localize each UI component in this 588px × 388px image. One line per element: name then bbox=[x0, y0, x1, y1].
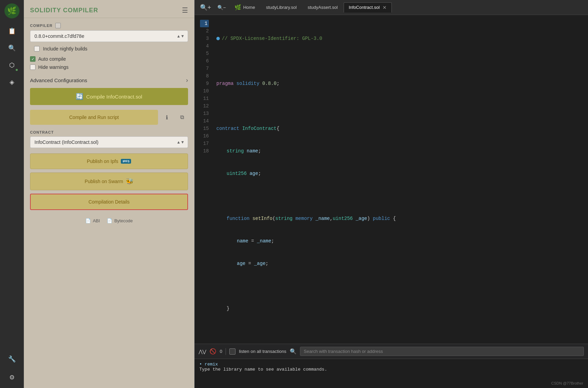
compiler-menu-icon[interactable]: ☰ bbox=[182, 6, 188, 14]
console-bar: ⋀⋁ 🚫 0 listen on all transactions 🔍 • re… bbox=[195, 344, 588, 388]
code-line-14 bbox=[212, 327, 588, 335]
compile-icon: 🔄 bbox=[76, 93, 83, 100]
tab-home[interactable]: 🌿 Home bbox=[229, 2, 260, 13]
compiler-section-label: COMPILER bbox=[30, 23, 188, 28]
compile-run-info-button[interactable]: ℹ bbox=[161, 111, 173, 123]
compiler-title: SOLIDITY COMPILER bbox=[30, 7, 98, 14]
logo-icon[interactable]: 🌿 bbox=[4, 3, 19, 18]
transaction-search-input[interactable] bbox=[300, 347, 584, 356]
compile-run-label: Compile and Run script bbox=[69, 115, 119, 120]
code-line-3: pragma solidity 0.8.0 ; bbox=[212, 80, 588, 87]
ipfs-badge: IPFS bbox=[121, 159, 131, 164]
hide-warnings-label: Hide warnings bbox=[38, 64, 69, 70]
line-number-5: 5 bbox=[200, 50, 209, 57]
contract-select-wrapper: InfoContract (InfoContract.sol) ▲▼ bbox=[30, 136, 188, 148]
code-line-2 bbox=[212, 57, 588, 65]
tab-study-library[interactable]: studyLibrary.sol bbox=[261, 2, 302, 12]
tab-home-label: Home bbox=[243, 5, 255, 10]
compile-run-copy-button[interactable]: ⧉ bbox=[176, 111, 188, 123]
abi-button[interactable]: 📄 ABI bbox=[85, 218, 100, 223]
tab-study-assert-label: studyAssert.sol bbox=[307, 5, 338, 10]
line-number-16: 16 bbox=[200, 132, 209, 140]
line-number-13: 13 bbox=[200, 110, 209, 117]
publish-swarm-button[interactable]: Publish on Swarm 🐝 bbox=[30, 173, 188, 190]
search-icon-button[interactable]: 🔍 bbox=[290, 348, 297, 355]
sidebar-icon-settings[interactable]: ⚙ bbox=[5, 370, 19, 385]
tab-bar: 🔍+ 🔍− 🌿 Home studyLibrary.sol studyAsser… bbox=[195, 0, 588, 15]
line-number-10: 10 bbox=[200, 87, 209, 95]
code-line-10: name = _name ; bbox=[212, 237, 588, 245]
sidebar-icon-deploy[interactable]: ◈ bbox=[5, 75, 19, 89]
tab-study-assert[interactable]: studyAssert.sol bbox=[302, 2, 343, 12]
auto-compile-label: Auto compile bbox=[38, 56, 66, 62]
compile-button[interactable]: 🔄 Compile InfoContract.sol bbox=[30, 88, 188, 105]
bytecode-button[interactable]: 📄 Bytecode bbox=[107, 218, 133, 223]
code-line-13: } bbox=[212, 305, 588, 312]
auto-compile-row: ✓ Auto compile bbox=[30, 56, 188, 62]
advanced-arrow-icon: › bbox=[186, 77, 188, 84]
code-line-9: function setInfo ( string memory _name ,… bbox=[212, 215, 588, 222]
compile-label: Compile InfoContract.sol bbox=[86, 94, 142, 100]
line-number-3: 3 bbox=[200, 35, 209, 42]
publish-swarm-label: Publish on Swarm bbox=[85, 179, 123, 184]
version-select[interactable]: 0.8.0+commit.c7dfd78e bbox=[30, 30, 188, 42]
compilation-details-label: Compilation Details bbox=[88, 199, 130, 205]
hide-warnings-checkbox[interactable] bbox=[30, 64, 35, 70]
nightly-builds-row: Include nightly builds bbox=[34, 46, 188, 51]
nightly-builds-label: Include nightly builds bbox=[43, 46, 87, 51]
tab-info-contract[interactable]: InfoContract.sol ✕ bbox=[344, 2, 392, 13]
zoom-out-button[interactable]: 🔍− bbox=[215, 3, 229, 12]
version-select-wrapper: 0.8.0+commit.c7dfd78e ▲▼ bbox=[30, 30, 188, 42]
listen-toggle-checkbox[interactable] bbox=[229, 348, 235, 355]
hide-warnings-row: Hide warnings bbox=[30, 64, 188, 70]
bottom-console-wrapper: ⋀⋁ 🚫 0 listen on all transactions 🔍 • re… bbox=[195, 344, 588, 388]
code-line-5: contract InfoContract { bbox=[212, 125, 588, 132]
compiler-toggle[interactable] bbox=[55, 23, 61, 28]
publish-ipfs-button[interactable]: Publish on Ipfs IPFS bbox=[30, 153, 188, 169]
contract-select[interactable]: InfoContract (InfoContract.sol) bbox=[30, 136, 188, 148]
tab-study-library-label: studyLibrary.sol bbox=[266, 5, 297, 10]
compilation-details-button[interactable]: Compilation Details bbox=[30, 194, 188, 210]
sidebar-icon-search[interactable]: 🔍 bbox=[5, 41, 19, 55]
no-entry-icon: 🚫 bbox=[210, 348, 216, 355]
code-line-12 bbox=[212, 282, 588, 290]
code-content[interactable]: // SPDX-License-Identifier: GPL-3.0 prag… bbox=[212, 15, 588, 344]
compiler-header: SOLIDITY COMPILER ☰ bbox=[24, 0, 194, 18]
zoom-in-button[interactable]: 🔍+ bbox=[197, 2, 214, 13]
main-area: 🔍+ 🔍− 🌿 Home studyLibrary.sol studyAsser… bbox=[195, 0, 588, 388]
compiler-panel: SOLIDITY COMPILER ☰ COMPILER 0.8.0+commi… bbox=[24, 0, 195, 388]
console-remix-text: • remix bbox=[199, 362, 583, 367]
console-toolbar: ⋀⋁ 🚫 0 listen on all transactions 🔍 bbox=[195, 344, 588, 359]
compiler-body: COMPILER 0.8.0+commit.c7dfd78e ▲▼ Includ… bbox=[24, 18, 194, 388]
contract-label: CONTRACT bbox=[30, 130, 188, 134]
console-count: 0 bbox=[220, 349, 222, 354]
abi-file-icon: 📄 bbox=[85, 218, 91, 223]
sidebar-icon-compiler[interactable]: ⬡ bbox=[5, 58, 19, 72]
listen-label: listen on all transactions bbox=[239, 349, 286, 354]
nightly-builds-checkbox[interactable] bbox=[34, 46, 40, 51]
compile-run-row: Compile and Run script ℹ ⧉ bbox=[30, 110, 188, 125]
line-numbers: 1 2 3 4 5 6 7 8 9 10 11 12 13 14 15 16 1… bbox=[195, 15, 212, 344]
advanced-config-row[interactable]: Advanced Configurations › bbox=[30, 73, 188, 88]
console-expand-button[interactable]: ⋀⋁ bbox=[199, 349, 206, 354]
console-divider bbox=[226, 348, 226, 355]
console-info-text: Type the library name to see available c… bbox=[199, 367, 583, 372]
line-dot-1 bbox=[216, 37, 220, 40]
code-line-8 bbox=[212, 192, 588, 200]
line-number-7: 7 bbox=[200, 65, 209, 72]
watermark: CSDN @77Brother bbox=[551, 381, 583, 385]
line-number-15: 15 bbox=[200, 125, 209, 132]
sidebar-icon-files[interactable]: 📋 bbox=[5, 24, 19, 38]
bytecode-label: Bytecode bbox=[114, 218, 133, 223]
sidebar-icon-tools[interactable]: 🔧 bbox=[5, 352, 19, 366]
line-number-6: 6 bbox=[200, 57, 209, 65]
code-line-1: // SPDX-License-Identifier: GPL-3.0 bbox=[212, 35, 588, 42]
compile-run-button[interactable]: Compile and Run script bbox=[30, 110, 158, 125]
swarm-icon: 🐝 bbox=[126, 178, 133, 185]
line-number-8: 8 bbox=[200, 72, 209, 80]
bytecode-file-icon: 📄 bbox=[107, 218, 112, 223]
auto-compile-checkbox[interactable]: ✓ bbox=[30, 56, 35, 62]
line-number-17: 17 bbox=[200, 140, 209, 147]
advanced-config-label: Advanced Configurations bbox=[30, 77, 87, 83]
tab-close-icon[interactable]: ✕ bbox=[383, 5, 387, 10]
